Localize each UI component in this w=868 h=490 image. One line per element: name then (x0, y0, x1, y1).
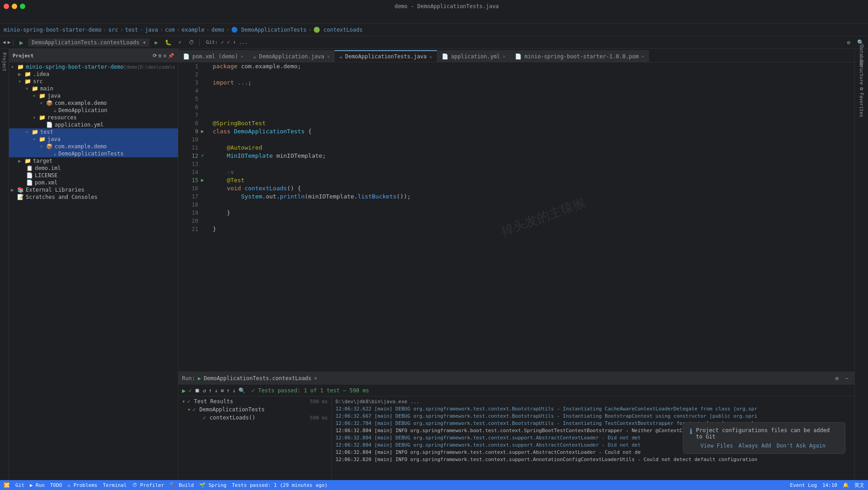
context-loads-item[interactable]: ✓ contextLoads() 590 ms (178, 414, 331, 422)
profile-btn[interactable]: ⏱ (187, 38, 196, 47)
run-gutter-9[interactable]: ▶ (201, 127, 209, 136)
run-icon-small: ▶ (198, 375, 201, 382)
sync-icon[interactable]: ⟳ (153, 53, 157, 59)
code-content: package com.example.demo; import ...; @S… (209, 62, 848, 372)
nav-forward-icon[interactable]: ▶ (8, 39, 11, 45)
tab-minio-pom[interactable]: 📄 minio-spring-boot-starter-1.0.0.pom ✕ (510, 50, 649, 62)
line-numbers: 1 2 3 4 5 6 7 8 9 10 11 12 13 14 15 16 1 (178, 62, 201, 372)
always-add-link[interactable]: Always Add (738, 443, 771, 449)
tab-demo-tests[interactable]: ☕ DemoApplicationTests.java ✕ (335, 50, 437, 62)
tree-item-com-example[interactable]: ▾ 📦 com.example.demo (9, 99, 178, 107)
git-status-icon[interactable]: 🔀 (4, 482, 10, 488)
settings-icon[interactable]: ⚙ (844, 38, 854, 47)
tab-demo-app[interactable]: ☕ DemoApplication.java ✕ (248, 50, 335, 62)
demo-app-tests-item[interactable]: ▾ ✓ DemoApplicationTests (178, 405, 331, 414)
todo-label[interactable]: TODO (50, 482, 62, 488)
tab-pom[interactable]: 📄 pom.xml (demo) ✕ (178, 50, 248, 62)
editor-scrollbar[interactable] (848, 62, 854, 372)
code-line-9: class DemoApplicationTests { (213, 127, 845, 136)
tree-item-main[interactable]: ▾ 📁 main (9, 85, 178, 92)
minimize-button[interactable] (12, 4, 17, 9)
terminal-label[interactable]: Terminal (103, 482, 127, 488)
rerun-btn[interactable]: ↺ (203, 387, 206, 394)
prev-btn[interactable]: ↑ (209, 387, 212, 394)
tree-item-target[interactable]: ▶ 📁 target (9, 157, 178, 165)
tree-item-root[interactable]: ▾ 📁 minio-spring-boot-starter-demo [demo… (9, 63, 178, 71)
tree-item-src[interactable]: ▾ 📁 src (9, 78, 178, 85)
tab-app-yml[interactable]: 📄 application.yml ✕ (437, 50, 510, 62)
maximize-button[interactable] (20, 4, 25, 9)
close-tab-app-yml[interactable]: ✕ (503, 54, 505, 59)
check-btn[interactable]: ✓ (188, 387, 191, 394)
run-status-label[interactable]: ▶ Run (30, 482, 45, 488)
profiler-label[interactable]: ⏱ Profiler (132, 482, 164, 488)
debug-btn[interactable]: 🐛 (163, 38, 173, 47)
tree-item-java-main[interactable]: ▾ 📁 java (9, 92, 178, 99)
tree-item-test[interactable]: ▾ 📁 test (9, 128, 178, 136)
export-btn[interactable]: ↑ (227, 387, 230, 394)
code-line-11: @Autowired (213, 144, 845, 152)
tree-item-license[interactable]: 📄 LICENSE (9, 172, 178, 179)
next-btn[interactable]: ↓ (215, 387, 218, 394)
problems-label[interactable]: ⚠ Problems (68, 482, 98, 488)
view-files-link[interactable]: View Files (700, 443, 733, 449)
event-log-label[interactable]: Event Log (790, 482, 817, 488)
stop-btn[interactable]: ⏹ (195, 387, 200, 394)
tree-item-demo-iml[interactable]: 📋 demo.iml (9, 165, 178, 172)
play-btn[interactable]: ▶ (182, 387, 186, 394)
import-btn[interactable]: ↓ (233, 387, 236, 394)
close-tab-minio-pom[interactable]: ✕ (641, 54, 644, 59)
menu-bar (0, 13, 868, 24)
project-label: Project (13, 53, 33, 59)
notification-popup: ℹ Project configurations files can be ad… (683, 422, 845, 454)
pin-icon[interactable]: 📌 (168, 53, 174, 59)
git-label[interactable]: Git (15, 482, 24, 488)
close-run-btn[interactable]: − (843, 374, 851, 382)
tree-item-ext-libs[interactable]: ▶ 📚 External Libraries (9, 186, 178, 193)
tree-item-demo-app[interactable]: ☕ DemoApplication (9, 107, 178, 114)
close-button[interactable] (4, 4, 9, 9)
dont-ask-link[interactable]: Don't Ask Again (777, 443, 826, 449)
tree-item-resources[interactable]: ▾ 📁 resources (9, 114, 178, 121)
run-tab-label[interactable]: DemoApplicationTests.contextLoads (204, 375, 311, 382)
tree-item-com-example-test[interactable]: ▾ 📦 com.example.demo (9, 143, 178, 150)
build-label[interactable]: 🔨 Build (169, 482, 194, 488)
nav-back-icon[interactable]: ◀ (3, 39, 6, 45)
code-line-15: @Test (213, 176, 845, 184)
traffic-lights (4, 4, 25, 9)
structure-icon[interactable]: Structure (856, 67, 867, 78)
close-run-tab[interactable]: ✕ (314, 375, 317, 381)
autowired-gutter: ⚡ (201, 152, 209, 160)
test-status-summary: ✓ Tests passed: 1 of 1 test – 590 ms (252, 387, 369, 394)
close-tab-pom[interactable]: ✕ (241, 54, 243, 59)
tree-item-pom[interactable]: 📄 pom.xml (9, 179, 178, 186)
tree-item-idea[interactable]: ▶ 📁 .idea (9, 71, 178, 78)
favorites-icon[interactable]: Favorites (856, 99, 867, 110)
gear-icon[interactable]: ⚙ (163, 53, 166, 59)
close-tab-demo-tests[interactable]: ✕ (429, 54, 432, 59)
info-icon: ℹ (690, 427, 692, 436)
run-btn[interactable]: ▶ (151, 38, 161, 47)
coverage-btn[interactable]: ⚡ (175, 38, 185, 47)
status-bar: 🔀 Git ▶ Run TODO ⚠ Problems Terminal ⏱ P… (0, 480, 868, 490)
tree-item-application-yml[interactable]: 📄 application.yml (9, 121, 178, 128)
collapse-icon[interactable]: ≡ (159, 53, 162, 59)
encoding-label[interactable]: 英文 (854, 482, 864, 489)
tree-item-java-test[interactable]: ▾ 📁 java (9, 136, 178, 143)
run-icon[interactable]: ▶ (16, 38, 26, 47)
run-gutter-15[interactable]: ▶ (201, 176, 209, 184)
close-tab-demo-app[interactable]: ✕ (327, 54, 330, 59)
tree-item-demo-app-tests[interactable]: ☕ DemoApplicationTests (9, 150, 178, 157)
search-run-btn[interactable]: 🔍 (238, 387, 245, 394)
tree-item-scratches[interactable]: 📝 Scratches and Consoles (9, 193, 178, 201)
test-results-item[interactable]: ▾ ✓ Test Results 590 ms (178, 397, 331, 405)
project-tool-icon[interactable]: Project (2, 51, 7, 73)
code-line-16: void contextLoads() { (213, 184, 845, 193)
breadcrumb-project[interactable]: minio-spring-boot-starter-demo (4, 27, 102, 33)
code-line-1: package com.example.demo; (213, 62, 845, 71)
settings-run-btn[interactable]: ⚙ (833, 374, 841, 382)
code-line-4 (213, 87, 845, 95)
filter-btn[interactable]: ≡ (220, 387, 224, 394)
editor-area[interactable]: 掉头发的主猿猴 1 2 3 4 5 6 7 8 9 10 11 12 13 (178, 62, 854, 372)
spring-label[interactable]: 🌱 Spring (199, 482, 226, 488)
